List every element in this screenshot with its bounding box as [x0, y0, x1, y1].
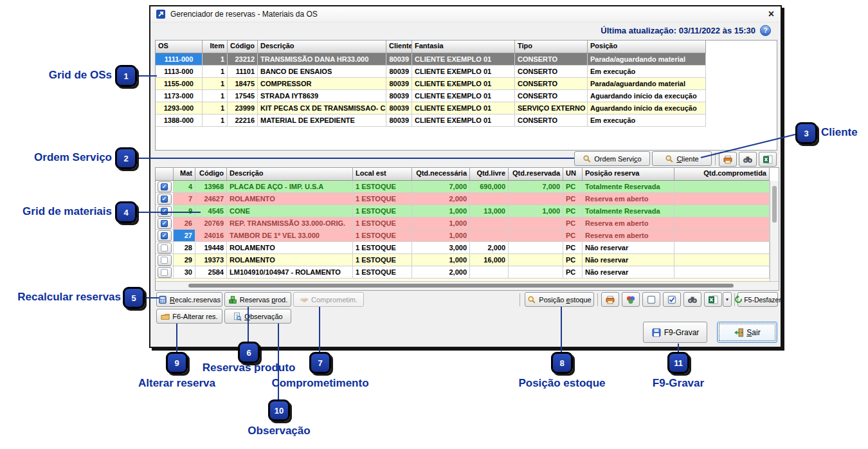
cell: CONSERTO: [515, 90, 588, 102]
cell: LM104910/104947 - ROLAMENTO: [227, 266, 353, 279]
grid-print-button[interactable]: [719, 152, 737, 167]
comprometim-button[interactable]: Comprometim.: [293, 292, 364, 307]
os-grid-row[interactable]: 1155-000118475COMPRESSOR80039CLIENTE EXE…: [156, 78, 777, 90]
cell: ROLAMENTO: [227, 254, 353, 266]
cell: [509, 254, 563, 266]
cell: ROLAMENTO: [227, 242, 353, 254]
toolbar-print-button[interactable]: [601, 292, 619, 307]
materials-hscroll-thumb[interactable]: [188, 284, 734, 288]
cell: 28: [174, 242, 195, 254]
row-checkbox[interactable]: [158, 255, 172, 266]
materials-vscroll-thumb[interactable]: [772, 186, 777, 223]
materials-vscrollbar[interactable]: [770, 181, 779, 282]
cell: CONSERTO: [515, 115, 588, 127]
cell: Parada/aguardando material: [588, 53, 706, 66]
row-checkbox[interactable]: [158, 243, 172, 253]
magnifier-icon: [527, 295, 536, 304]
materials-grid-header-cell[interactable]: [156, 168, 174, 181]
grid-binoculars-button[interactable]: [739, 152, 757, 167]
os-grid-header-cell[interactable]: Tipo: [515, 41, 588, 53]
os-grid-row[interactable]: 1388-000122216MATERIAL DE EXPEDIENTE8003…: [156, 115, 777, 127]
toolbar-excel-dropdown[interactable]: ▼: [723, 292, 732, 307]
os-grid-header-cell[interactable]: Item: [203, 41, 228, 53]
os-grid-header: OSItemCódigoDescriçãoClienteFantasiaTipo…: [156, 41, 777, 53]
grid-excel-button[interactable]: [759, 152, 777, 167]
materials-grid-row[interactable]: ✓724627ROLAMENTO1 ESTOQUE2,000PCReserva …: [156, 193, 779, 205]
cell: Parada/aguardando material: [588, 78, 706, 90]
cell: PC: [563, 193, 583, 205]
os-grid-header-cell[interactable]: Código: [228, 41, 258, 53]
materials-grid-header-cell[interactable]: Qtd.comprometida: [674, 168, 770, 181]
toolbar-excel-button[interactable]: [704, 292, 722, 307]
comprometim-label: Comprometim.: [311, 296, 357, 304]
materials-grid-header-cell[interactable]: Posição reserva: [583, 168, 674, 181]
materials-grid-row[interactable]: 2919373ROLAMENTO1 ESTOQUE1,00016,000PCNã…: [156, 254, 779, 266]
checkbox-box: ✓: [161, 208, 168, 215]
reservas-prod-button[interactable]: Reservas prod.: [224, 292, 291, 307]
f9-gravar-button[interactable]: F9-Gravar: [643, 322, 707, 343]
callout-badge-5: 5: [123, 287, 145, 309]
cell: [509, 193, 563, 205]
toolbar-check-all-button[interactable]: [663, 292, 681, 307]
help-icon[interactable]: ?: [760, 25, 771, 36]
separator: [520, 293, 520, 306]
materials-grid-row[interactable]: ✓413968PLACA DE AÇO - IMP. U.S.A1 ESTOQU…: [156, 181, 779, 193]
toolbar-colors-button[interactable]: [622, 292, 640, 307]
cell: 1 ESTOQUE: [353, 217, 412, 230]
os-grid-header-cell[interactable]: Fantasia: [412, 41, 515, 53]
os-grid-row[interactable]: 1113-000111101BANCO DE ENSAIOS80039CLIEN…: [156, 66, 777, 78]
row-checkbox[interactable]: ✓: [158, 194, 172, 205]
row-checkbox[interactable]: ✓: [158, 206, 172, 217]
os-grid-row[interactable]: 1293-000123999KIT PECAS CX DE TRANSMISSA…: [156, 102, 777, 115]
sair-button[interactable]: Sair: [717, 322, 777, 343]
os-grid-header-cell[interactable]: OS: [156, 41, 203, 53]
cliente-button[interactable]: Cliente: [652, 151, 712, 166]
cell: 1,000: [412, 205, 470, 217]
os-grid-header-cell[interactable]: Posição: [588, 41, 706, 53]
posicao-estoque-button[interactable]: Posição estoque: [525, 292, 594, 307]
cell: PC: [563, 230, 583, 242]
f5-desfazer-button[interactable]: F5-Desfazer: [737, 292, 778, 307]
callout-label-7: Comprometimento: [266, 377, 375, 390]
materials-grid-row[interactable]: 2819448ROLAMENTO1 ESTOQUE3,0002,000PCNão…: [156, 242, 779, 254]
cell: Não reservar: [583, 266, 674, 279]
materials-grid-header-cell[interactable]: Qtd.reservada: [509, 168, 563, 181]
materials-grid-row[interactable]: ✓2620769REP. TRANSMISSÃO 33.000-ORIG.1 E…: [156, 217, 779, 230]
materials-grid-header-cell[interactable]: UN: [563, 168, 583, 181]
materials-grid-row[interactable]: ✓2724016TAMBOR DE 1º VEL 33.0001 ESTOQUE…: [156, 230, 779, 242]
recalc-reservas-button[interactable]: Recalc.reservas: [156, 292, 222, 307]
observacao-button[interactable]: Observação: [224, 309, 291, 324]
close-icon[interactable]: ×: [768, 8, 774, 21]
materials-hscrollbar[interactable]: [156, 281, 779, 290]
cell: [509, 266, 563, 279]
materials-grid-header-cell[interactable]: Qtd.livre: [470, 168, 509, 181]
os-grid-row[interactable]: 1111-000123212TRANSMISSÃO DANA HR33.0008…: [156, 53, 777, 66]
os-grid-header-cell[interactable]: Cliente: [386, 41, 412, 53]
os-grid-row[interactable]: 1173-000117545STRADA IYT863980039CLIENTE…: [156, 90, 777, 102]
row-checkbox[interactable]: ✓: [158, 230, 172, 241]
row-checkbox[interactable]: ✓: [158, 218, 172, 229]
cell: [470, 193, 509, 205]
cell: 19448: [195, 242, 227, 254]
materials-grid-row[interactable]: ✓94545CONE1 ESTOQUE1,00013,0001,000PCTot…: [156, 205, 779, 217]
cell: 23999: [228, 102, 258, 115]
row-checkbox[interactable]: ✓: [158, 181, 172, 192]
materials-grid-header-cell[interactable]: Qtd.necessária: [412, 168, 470, 181]
materials-grid-header-cell[interactable]: Descrição: [227, 168, 353, 181]
os-grid-header-cell[interactable]: Descrição: [258, 41, 386, 53]
row-checkbox[interactable]: [158, 267, 172, 278]
cell: [674, 254, 770, 266]
cell: 1293-000: [156, 102, 203, 115]
cell: 7: [174, 193, 195, 205]
cell: REP. TRANSMISSÃO 33.000-ORIG.: [227, 217, 353, 230]
checkbox-box: ✓: [161, 220, 168, 227]
materials-grid-header-cell[interactable]: Código: [195, 168, 227, 181]
sair-label: Sair: [746, 328, 760, 337]
materials-grid-row[interactable]: 302584LM104910/104947 - ROLAMENTO1 ESTOQ…: [156, 266, 779, 279]
toolbar-uncheck-all-button[interactable]: [642, 292, 660, 307]
materials-grid-header-cell[interactable]: Mat: [174, 168, 195, 181]
ordem-servico-button[interactable]: Ordem Serviço: [574, 151, 650, 166]
materials-grid-header-cell[interactable]: Local est: [353, 168, 412, 181]
f6-alterar-res-button[interactable]: F6-Alterar res.: [156, 309, 222, 324]
toolbar-binoculars-button[interactable]: [683, 292, 701, 307]
